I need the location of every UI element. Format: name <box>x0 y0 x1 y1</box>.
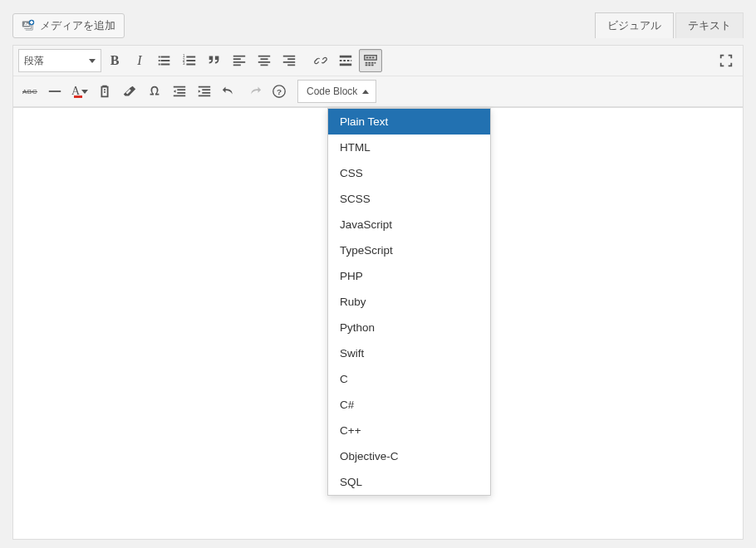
link-button[interactable] <box>309 49 332 72</box>
dropdown-item[interactable]: Objective-C <box>328 443 490 469</box>
add-media-label: メディアを追加 <box>40 18 115 33</box>
help-icon: ? <box>272 84 287 99</box>
dropdown-item[interactable]: HTML <box>328 135 490 160</box>
toolbar-toggle-button[interactable] <box>359 49 382 72</box>
paste-text-button[interactable] <box>93 80 116 103</box>
align-left-button[interactable] <box>228 49 251 72</box>
editor-content-area[interactable]: Plain TextHTMLCSSSCSSJavaScriptTypeScrip… <box>12 108 744 540</box>
clipboard-icon <box>97 84 112 99</box>
help-button[interactable]: ? <box>268 80 291 103</box>
list-ul-icon <box>157 53 172 68</box>
chevron-down-icon <box>81 90 88 94</box>
omega-icon <box>147 84 162 99</box>
kitchen-sink-icon <box>363 53 378 68</box>
dropdown-item[interactable]: C++ <box>328 418 490 443</box>
quote-icon <box>207 53 222 68</box>
readmore-icon <box>338 53 353 68</box>
dropdown-item[interactable]: Swift <box>328 340 490 366</box>
tab-visual[interactable]: ビジュアル <box>595 12 674 38</box>
svg-rect-7 <box>372 57 375 59</box>
dropdown-item[interactable]: PHP <box>328 263 490 289</box>
svg-text:?: ? <box>277 87 282 96</box>
redo-icon <box>247 84 262 99</box>
italic-button[interactable]: I <box>128 49 151 72</box>
dropdown-item[interactable]: JavaScript <box>328 212 490 237</box>
undo-button[interactable] <box>218 80 241 103</box>
code-block-dropdown-list[interactable]: Plain TextHTMLCSSSCSSJavaScriptTypeScrip… <box>328 109 490 495</box>
redo-button[interactable] <box>243 80 266 103</box>
blockquote-button[interactable] <box>203 49 226 72</box>
outdent-icon <box>172 84 187 99</box>
text-color-swatch <box>74 95 82 98</box>
svg-text:3: 3 <box>183 61 185 66</box>
tab-text[interactable]: テキスト <box>675 12 744 38</box>
align-right-button[interactable] <box>277 49 301 72</box>
link-icon <box>313 53 328 68</box>
editor-tabs: ビジュアル テキスト <box>595 12 744 38</box>
indent-icon <box>197 84 212 99</box>
svg-rect-6 <box>369 57 371 59</box>
media-icon <box>22 19 35 32</box>
special-char-button[interactable] <box>143 80 166 103</box>
dropdown-item[interactable]: TypeScript <box>328 237 490 263</box>
unordered-list-button[interactable] <box>153 49 176 72</box>
strikethrough-button[interactable]: ABC <box>18 80 42 103</box>
chevron-down-icon <box>89 59 96 63</box>
editor-toolbar: 段落 B I 123 ABC A <box>12 45 744 108</box>
svg-rect-8 <box>366 62 368 64</box>
code-block-dropdown-button[interactable]: Code Block <box>297 80 376 103</box>
align-left-icon <box>232 53 247 68</box>
undo-icon <box>222 84 237 99</box>
dropdown-item[interactable]: Ruby <box>328 289 490 315</box>
bold-button[interactable]: B <box>103 49 126 72</box>
indent-button[interactable] <box>193 80 216 103</box>
svg-rect-15 <box>49 91 61 92</box>
dropdown-item[interactable]: Python <box>328 315 490 340</box>
align-right-icon <box>282 53 297 68</box>
align-center-icon <box>257 53 272 68</box>
horizontal-rule-button[interactable] <box>43 80 66 103</box>
text-color-button[interactable]: A <box>68 80 91 103</box>
dropdown-item[interactable]: SCSS <box>328 186 490 212</box>
svg-rect-11 <box>375 62 376 64</box>
dropdown-item[interactable]: Plain Text <box>328 109 490 135</box>
dropdown-item[interactable]: SQL <box>328 469 490 495</box>
ordered-list-button[interactable]: 123 <box>178 49 201 72</box>
svg-rect-13 <box>368 65 371 66</box>
align-center-button[interactable] <box>253 49 276 72</box>
dropdown-item[interactable]: CSS <box>328 160 490 186</box>
list-ol-icon: 123 <box>182 53 197 68</box>
clear-formatting-button[interactable] <box>118 80 141 103</box>
svg-rect-12 <box>366 65 368 66</box>
svg-rect-10 <box>371 62 374 64</box>
dropdown-item[interactable]: C# <box>328 392 490 418</box>
hr-icon <box>47 84 62 99</box>
paragraph-format-select[interactable]: 段落 <box>18 49 101 72</box>
read-more-button[interactable] <box>334 49 357 72</box>
code-block-dropdown-menu: Plain TextHTMLCSSSCSSJavaScriptTypeScrip… <box>327 108 491 496</box>
fullscreen-icon <box>719 53 734 68</box>
add-media-button[interactable]: メディアを追加 <box>12 13 125 38</box>
chevron-up-icon <box>362 90 369 94</box>
outdent-button[interactable] <box>168 80 191 103</box>
eraser-icon <box>122 84 137 99</box>
dropdown-item[interactable]: C <box>328 366 490 392</box>
svg-rect-5 <box>366 57 369 59</box>
fullscreen-button[interactable] <box>714 49 738 72</box>
svg-rect-14 <box>371 65 374 66</box>
svg-rect-9 <box>368 62 371 64</box>
